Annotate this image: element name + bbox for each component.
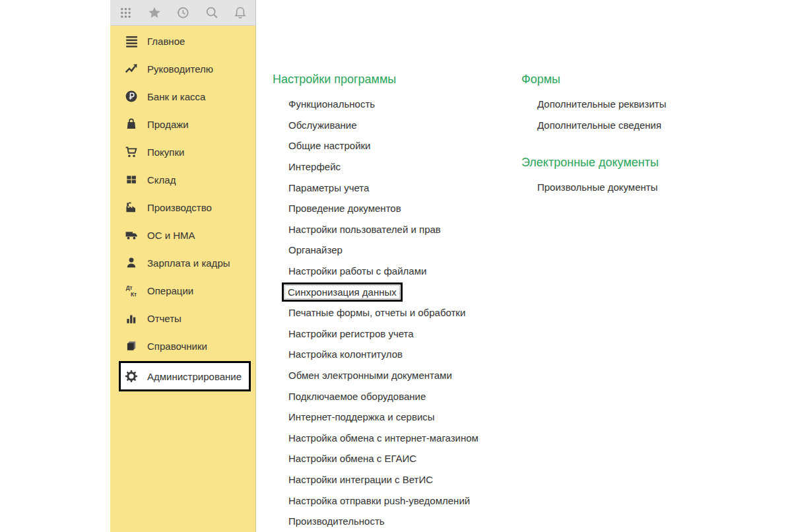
settings-link[interactable]: Параметры учета bbox=[288, 177, 523, 198]
section-title-electronic-documents: Электронные документы bbox=[521, 154, 719, 171]
favorites-star-icon[interactable] bbox=[147, 5, 162, 20]
ruble-icon bbox=[125, 90, 138, 103]
sidebar-item-glavnoe[interactable]: Главное bbox=[110, 27, 255, 55]
sidebar-item-label: Банк и касса bbox=[147, 91, 205, 102]
sidebar-item-label: Производство bbox=[147, 202, 212, 213]
factory-icon bbox=[125, 201, 138, 214]
settings-link[interactable]: Настройки пользователей и прав bbox=[288, 219, 523, 240]
books-icon bbox=[125, 339, 138, 352]
sidebar-item-label: ОС и НМА bbox=[147, 230, 195, 241]
sidebar-item-otchety[interactable]: Отчеты bbox=[110, 304, 255, 332]
sidebar-item-administrirovanie[interactable]: Администрирование bbox=[119, 361, 251, 391]
chart-icon bbox=[125, 312, 138, 325]
sidebar-item-spravochniki[interactable]: Справочники bbox=[110, 332, 255, 360]
sidebar-item-label: Склад bbox=[147, 174, 176, 185]
history-clock-icon[interactable] bbox=[176, 5, 190, 20]
grid-icon bbox=[125, 173, 138, 186]
settings-link[interactable]: Органайзер bbox=[288, 240, 523, 261]
app-window: Главное Руководителю Банк и касса Продаж… bbox=[0, 0, 792, 532]
settings-link[interactable]: Обмен электронными документами bbox=[288, 365, 523, 386]
sidebar-item-label: Администрирование bbox=[147, 371, 242, 382]
sidebar-item-label: Отчеты bbox=[147, 313, 182, 324]
settings-link[interactable]: Настройки обмена с ЕГАИС bbox=[288, 448, 523, 469]
sidebar-item-label: Зарплата и кадры bbox=[147, 257, 230, 269]
sidebar-item-rukovoditelyu[interactable]: Руководителю bbox=[110, 55, 255, 83]
settings-link[interactable]: Настройка отправки push-уведомлений bbox=[288, 490, 523, 511]
settings-link[interactable]: Подключаемое оборудование bbox=[288, 385, 523, 407]
settings-link[interactable]: Настройки регистров учета bbox=[288, 323, 523, 345]
sidebar-item-sklad[interactable]: Склад bbox=[110, 166, 255, 193]
sidebar-item-operacii[interactable]: ДтКт Операции bbox=[110, 277, 255, 304]
trend-icon bbox=[125, 62, 138, 75]
section-program-settings: Настройки программы Функциональность Обс… bbox=[273, 71, 523, 531]
settings-link[interactable]: Интернет-поддержка и сервисы bbox=[288, 407, 523, 428]
sidebar-item-label: Главное bbox=[147, 36, 185, 47]
settings-link[interactable]: Настройка колонтитулов bbox=[288, 344, 523, 365]
quick-access-toolbar bbox=[110, 0, 256, 26]
sidebar-item-bank-i-kassa[interactable]: Банк и касса bbox=[110, 83, 255, 110]
edocs-link[interactable]: Произвольные документы bbox=[537, 177, 719, 198]
svg-text:Кт: Кт bbox=[131, 291, 137, 297]
search-icon[interactable] bbox=[205, 5, 219, 20]
truck-icon bbox=[125, 228, 138, 242]
menu-icon bbox=[125, 34, 138, 48]
bag-icon bbox=[125, 117, 138, 131]
program-settings-links: Функциональность Обслуживание Общие наст… bbox=[273, 94, 523, 531]
forms-link[interactable]: Дополнительные реквизиты bbox=[537, 94, 719, 115]
sidebar-item-proizvodstvo[interactable]: Производство bbox=[110, 193, 255, 221]
settings-link[interactable]: Печатные формы, отчеты и обработки bbox=[288, 302, 523, 323]
settings-link[interactable]: Проведение документов bbox=[288, 198, 523, 219]
notifications-bell-icon[interactable] bbox=[233, 5, 248, 20]
electronic-documents-links: Произвольные документы bbox=[521, 177, 719, 198]
sidebar-item-zarplata-i-kadry[interactable]: Зарплата и кадры bbox=[110, 249, 255, 277]
forms-link[interactable]: Дополнительные сведения bbox=[537, 115, 719, 136]
gear-icon bbox=[125, 370, 138, 383]
sidebar-item-pokupki[interactable]: Покупки bbox=[110, 138, 255, 166]
settings-link[interactable]: Настройки интеграции с ВетИС bbox=[288, 469, 523, 490]
section-title-forms: Формы bbox=[521, 71, 719, 88]
settings-link[interactable]: Настройка обмена с интернет-магазином bbox=[288, 428, 523, 449]
sidebar-item-label: Справочники bbox=[147, 341, 207, 352]
sidebar-item-label: Операции bbox=[147, 285, 193, 296]
sidebar-item-label: Продажи bbox=[147, 119, 189, 130]
section-title-program-settings: Настройки программы bbox=[273, 71, 523, 88]
settings-link[interactable]: Синхронизация данных bbox=[288, 281, 523, 302]
person-icon bbox=[125, 256, 138, 269]
section-nav: Главное Руководителю Банк и касса Продаж… bbox=[110, 26, 256, 532]
settings-link[interactable]: Обслуживание bbox=[288, 115, 523, 136]
apps-grid-icon[interactable] bbox=[118, 5, 133, 20]
settings-link[interactable]: Настройки работы с файлами bbox=[288, 261, 523, 282]
settings-link[interactable]: Функциональность bbox=[288, 94, 523, 115]
sidebar-item-label: Покупки bbox=[147, 147, 184, 158]
sidebar-item-os-i-nma[interactable]: ОС и НМА bbox=[110, 221, 255, 249]
sidebar-item-prodazhi[interactable]: Продажи bbox=[110, 110, 255, 138]
settings-link[interactable]: Интерфейс bbox=[288, 156, 523, 178]
settings-link[interactable]: Производительность bbox=[288, 511, 523, 532]
dtkt-icon: ДтКт bbox=[125, 284, 138, 297]
sidebar-item-label: Руководителю bbox=[147, 63, 213, 75]
settings-link[interactable]: Общие настройки bbox=[288, 135, 523, 156]
right-column: Формы Дополнительные реквизиты Дополните… bbox=[521, 71, 719, 198]
sidebar: Главное Руководителю Банк и касса Продаж… bbox=[110, 0, 256, 532]
cart-icon bbox=[125, 145, 138, 158]
forms-links: Дополнительные реквизиты Дополнительные … bbox=[521, 94, 719, 135]
